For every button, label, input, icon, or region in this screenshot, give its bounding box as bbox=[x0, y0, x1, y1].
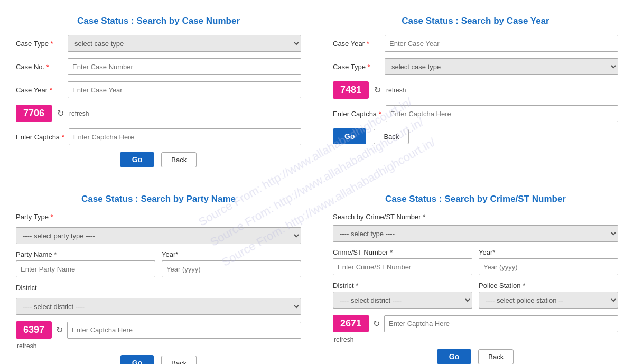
section-party-name-title: Case Status : Search by Party Name bbox=[16, 194, 301, 204]
case-no-input[interactable] bbox=[68, 58, 301, 75]
refresh-icon-4[interactable]: ↻ bbox=[373, 319, 380, 329]
district-select[interactable]: ---- select district ---- bbox=[16, 298, 301, 315]
section-case-number-title: Case Status : Search by Case Number bbox=[16, 16, 301, 26]
go-button-3[interactable]: Go bbox=[120, 355, 154, 364]
case-type-row: Case Type * select case type bbox=[16, 35, 301, 52]
captcha-image-2: 7481 bbox=[333, 81, 369, 99]
district-label-row: District bbox=[16, 284, 301, 292]
captcha-row-4: 2671 ↻ bbox=[333, 315, 618, 332]
crime-year-col: Year* bbox=[479, 248, 618, 275]
section-case-year-title: Case Status : Search by Case Year bbox=[333, 16, 618, 26]
case-type-label-2: Case Type * bbox=[333, 63, 380, 71]
party-type-label: Party Type * bbox=[16, 213, 63, 221]
captcha-label-1: Enter Captcha * bbox=[16, 133, 64, 141]
district-police-row: District * ---- select district ---- Pol… bbox=[333, 282, 618, 309]
case-no-row: Case No. * bbox=[16, 58, 301, 75]
party-name-year-row: Party Name * Year* bbox=[16, 250, 301, 277]
party-type-select[interactable]: ---- select party type ---- bbox=[16, 227, 301, 244]
year-input[interactable] bbox=[162, 260, 301, 277]
go-button-1[interactable]: Go bbox=[120, 152, 154, 167]
captcha-input-3[interactable] bbox=[67, 322, 301, 339]
buttons-row-4: Go Back bbox=[333, 349, 618, 364]
case-type-label: Case Type * bbox=[16, 40, 63, 48]
party-type-label-row: Party Type * bbox=[16, 213, 301, 221]
captcha-input-2[interactable] bbox=[386, 105, 618, 122]
case-year-label-2: Case Year * bbox=[333, 40, 380, 48]
case-year-label: Case Year * bbox=[16, 86, 63, 94]
buttons-row-2: Go Back bbox=[333, 128, 618, 144]
case-type-select[interactable]: select case type bbox=[68, 35, 301, 52]
buttons-row-3: Go Back bbox=[16, 355, 301, 364]
refresh-icon-2[interactable]: ↻ bbox=[374, 85, 381, 95]
case-year-input[interactable] bbox=[68, 81, 301, 98]
case-type-select-2[interactable]: select case type bbox=[385, 58, 618, 75]
captcha-image-4: 2671 bbox=[333, 315, 369, 332]
police-station-col: Police Station * ---- select police stat… bbox=[479, 282, 618, 309]
party-name-input[interactable] bbox=[16, 260, 155, 277]
crime-no-col: Crime/ST Number * bbox=[333, 248, 472, 275]
district-label: District bbox=[16, 284, 63, 292]
type-select[interactable]: ---- select type ---- bbox=[333, 225, 618, 242]
captcha-input-4[interactable] bbox=[384, 315, 618, 332]
case-year-row-2: Case Year * bbox=[333, 35, 618, 52]
district-label-2: District * bbox=[333, 282, 472, 290]
captcha-row-3: 6397 ↻ bbox=[16, 321, 301, 339]
captcha-input-row-2: Enter Captcha * bbox=[333, 105, 618, 122]
year-label: Year* bbox=[162, 250, 301, 258]
captcha-input-row-1: Enter Captcha * bbox=[16, 128, 301, 145]
refresh-icon-3[interactable]: ↻ bbox=[56, 325, 63, 335]
back-button-1[interactable]: Back bbox=[161, 152, 197, 167]
section-case-year: Case Status : Search by Case Year Case Y… bbox=[328, 11, 623, 178]
captcha-image-3: 6397 bbox=[16, 321, 52, 339]
back-button-4[interactable]: Back bbox=[478, 349, 514, 365]
captcha-input-1[interactable] bbox=[69, 128, 301, 145]
crime-year-label: Year* bbox=[479, 248, 618, 256]
refresh-icon-1[interactable]: ↻ bbox=[57, 108, 64, 118]
district-select-2[interactable]: ---- select district ---- bbox=[333, 292, 472, 309]
section-crime-number: Case Status : Search by Crime/ST Number … bbox=[328, 189, 623, 364]
captcha-row-2: 7481 ↻ refresh bbox=[333, 81, 618, 99]
section-crime-number-title: Case Status : Search by Crime/ST Number bbox=[333, 194, 618, 204]
captcha-image-1: 7706 bbox=[16, 105, 52, 122]
district-col-2: District * ---- select district ---- bbox=[333, 282, 472, 309]
refresh-label-1: refresh bbox=[69, 110, 89, 117]
case-year-row: Case Year * bbox=[16, 81, 301, 98]
case-type-row-2: Case Type * select case type bbox=[333, 58, 618, 75]
party-name-label: Party Name * bbox=[16, 250, 155, 258]
police-station-label: Police Station * bbox=[479, 282, 618, 290]
crime-no-year-row: Crime/ST Number * Year* bbox=[333, 248, 618, 275]
go-button-4[interactable]: Go bbox=[437, 349, 471, 364]
crime-no-label: Crime/ST Number * bbox=[333, 248, 472, 256]
crime-no-input[interactable] bbox=[333, 258, 472, 275]
section-party-name: Case Status : Search by Party Name Party… bbox=[11, 189, 306, 364]
case-year-input-2[interactable] bbox=[385, 35, 618, 52]
crime-year-input[interactable] bbox=[479, 258, 618, 275]
go-button-2[interactable]: Go bbox=[333, 128, 366, 144]
case-no-label: Case No. * bbox=[16, 63, 63, 71]
party-name-col: Party Name * bbox=[16, 250, 155, 277]
refresh-label-4: refresh bbox=[334, 336, 353, 343]
section-case-number: Case Status : Search by Case Number Case… bbox=[11, 11, 306, 178]
captcha-row-1: 7706 ↻ refresh bbox=[16, 105, 301, 122]
back-button-3[interactable]: Back bbox=[161, 356, 197, 365]
year-col: Year* bbox=[162, 250, 301, 277]
police-station-select[interactable]: ---- select police station -- bbox=[479, 292, 618, 309]
buttons-row-1: Go Back bbox=[16, 152, 301, 167]
captcha-label-2: Enter Captcha * bbox=[333, 110, 381, 118]
back-button-2[interactable]: Back bbox=[374, 129, 409, 144]
refresh-label-3: refresh bbox=[17, 342, 36, 350]
refresh-label-2: refresh bbox=[386, 87, 406, 94]
crime-sub-label: Search by Crime/ST Number * bbox=[333, 213, 618, 221]
